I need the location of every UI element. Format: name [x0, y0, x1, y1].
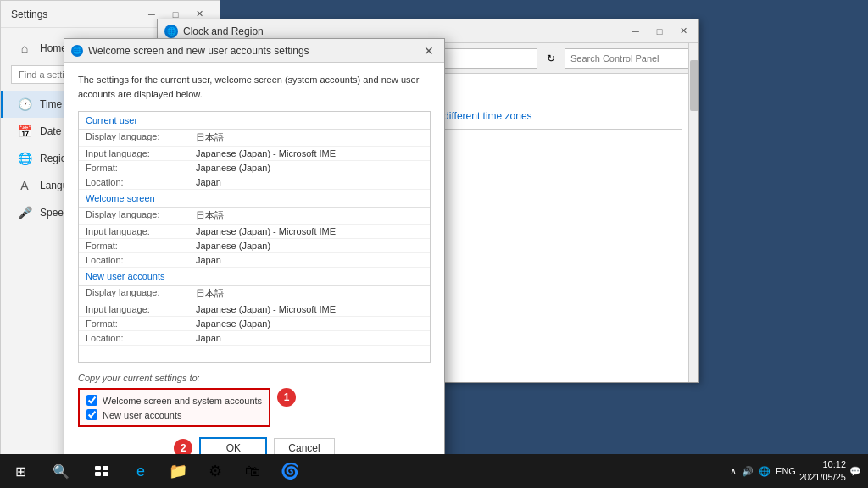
svg-rect-0 — [95, 466, 101, 470]
clock-icon: 🕐 — [18, 97, 31, 111]
explorer-icon: 📁 — [170, 463, 186, 480]
checkboxes-section: Welcome screen and system accounts New u… — [78, 388, 431, 434]
search-input[interactable] — [565, 48, 692, 69]
checkbox-newuser-item: New user accounts — [86, 409, 262, 420]
row-label: Format: — [86, 241, 196, 251]
row-label: Display language: — [86, 287, 196, 300]
clock-minimize-button[interactable]: ─ — [624, 19, 648, 43]
refresh-button[interactable]: ↻ — [541, 48, 561, 69]
row-value: 日本語 — [196, 209, 423, 222]
network-icon[interactable]: 🌐 — [759, 466, 771, 477]
copy-settings-label: Copy your current settings to: — [78, 373, 431, 383]
welcome-screen-checkbox[interactable] — [86, 395, 97, 406]
task-view-icon — [95, 466, 108, 476]
section-header-current: Current user — [79, 112, 430, 130]
welcome-dialog: 🌐 Welcome screen and new user accounts s… — [64, 38, 445, 470]
search-button[interactable]: 🔍 — [41, 454, 81, 488]
microphone-icon: 🎤 — [18, 206, 31, 219]
section-header-welcome: Welcome screen — [79, 190, 430, 208]
taskbar: ⊞ 🔍 e 📁 ⚙ — [0, 454, 868, 488]
table-row: Format: Japanese (Japan) — [79, 317, 430, 331]
store-icon: 🛍 — [244, 463, 261, 480]
dialog-title-left: 🌐 Welcome screen and new user accounts s… — [71, 45, 309, 57]
start-button[interactable]: ⊞ — [0, 454, 41, 488]
task-view-button[interactable] — [81, 454, 122, 488]
svg-rect-2 — [95, 472, 101, 476]
scrollbar-track[interactable] — [688, 43, 698, 382]
welcome-screen-label: Welcome screen and system accounts — [103, 396, 262, 406]
settings-table: Current user Display language: 日本語 Input… — [78, 111, 431, 363]
table-row: Display language: 日本語 — [79, 130, 430, 147]
new-users-label: New user accounts — [103, 410, 182, 420]
table-row: Format: Japanese (Japan) — [79, 239, 430, 253]
language-icon: A — [18, 179, 31, 192]
clock-close-button[interactable]: ✕ — [671, 19, 695, 43]
lang-indicator[interactable]: ENG — [776, 466, 796, 476]
taskbar-app-globe[interactable]: 🌀 — [271, 454, 309, 488]
row-label: Display language: — [86, 131, 196, 144]
clock-region-title: Clock and Region — [183, 25, 264, 37]
table-row: Location: Japan — [79, 253, 430, 268]
scrollbar-thumb[interactable] — [690, 60, 698, 111]
dialog-description: The settings for the current user, welco… — [78, 73, 431, 101]
clock-title-left: 🌐 Clock and Region — [164, 25, 264, 38]
dialog-title-icon: 🌐 — [71, 45, 83, 57]
row-value: Japan — [196, 177, 423, 187]
row-value: 日本語 — [196, 131, 423, 144]
row-value: Japan — [196, 333, 423, 343]
svg-rect-3 — [103, 472, 108, 476]
checkbox-welcome-item: Welcome screen and system accounts — [86, 395, 262, 406]
table-row: Format: Japanese (Japan) — [79, 161, 430, 175]
row-label: Format: — [86, 163, 196, 173]
svg-rect-1 — [103, 466, 108, 470]
row-label: Location: — [86, 333, 196, 343]
checkboxes-container: Welcome screen and system accounts New u… — [78, 388, 270, 427]
clock-region-icon: 🌐 — [164, 25, 178, 38]
row-label: Input language: — [86, 148, 196, 158]
taskbar-app-ie[interactable]: e — [122, 454, 159, 488]
chevron-up-icon[interactable]: ∧ — [730, 466, 737, 477]
table-row: Display language: 日本語 — [79, 286, 430, 302]
row-value: Japanese (Japan) - Microsoft IME — [196, 304, 423, 314]
row-value: Japan — [196, 255, 423, 265]
dialog-body: The settings for the current user, welco… — [64, 63, 444, 469]
table-row: Input language: Japanese (Japan) - Micro… — [79, 147, 430, 161]
row-label: Location: — [86, 255, 196, 265]
table-row: Location: Japan — [79, 175, 430, 190]
taskbar-app-store[interactable]: 🛍 — [234, 454, 271, 488]
clock-maximize-button[interactable]: □ — [648, 19, 671, 43]
row-label: Input language: — [86, 226, 196, 236]
clock-window-controls: ─ □ ✕ — [624, 19, 695, 43]
dialog-close-button[interactable]: ✕ — [417, 39, 441, 63]
table-row: Input language: Japanese (Japan) - Micro… — [79, 302, 430, 317]
taskbar-app-explorer[interactable]: 📁 — [159, 454, 197, 488]
home-icon: ⌂ — [18, 42, 31, 55]
ie-icon: e — [132, 463, 149, 480]
row-value: Japanese (Japan) — [196, 163, 423, 173]
globe-taskbar-icon: 🌀 — [281, 463, 298, 480]
row-label: Display language: — [86, 209, 196, 222]
taskbar-right: ∧ 🔊 🌐 ENG 10:12 2021/05/25 💬 — [723, 458, 868, 485]
dialog-title: Welcome screen and new user accounts set… — [88, 45, 309, 57]
settings-title: Settings — [11, 8, 47, 20]
row-value: Japanese (Japan) - Microsoft IME — [196, 226, 423, 236]
annotation-circle-1: 1 — [277, 388, 296, 407]
taskbar-app-settings[interactable]: ⚙ — [197, 454, 234, 488]
table-row: Location: Japan — [79, 331, 430, 346]
globe-icon: 🌐 — [18, 152, 31, 165]
row-label: Format: — [86, 319, 196, 329]
taskbar-left: ⊞ 🔍 e 📁 ⚙ — [0, 454, 309, 488]
new-users-checkbox[interactable] — [86, 409, 97, 420]
row-value: Japanese (Japan) - Microsoft IME — [196, 148, 423, 158]
section-header-newuser: New user accounts — [79, 268, 430, 286]
row-label: Input language: — [86, 304, 196, 314]
notification-icon[interactable]: 💬 — [849, 466, 861, 477]
row-value: Japanese (Japan) — [196, 241, 423, 251]
speaker-icon[interactable]: 🔊 — [742, 466, 754, 477]
taskbar-clock[interactable]: 10:12 2021/05/25 — [799, 458, 846, 485]
calendar-icon: 📅 — [18, 125, 31, 138]
taskbar-date-value: 2021/05/25 — [799, 471, 846, 484]
row-label: Location: — [86, 177, 196, 187]
systray: ∧ 🔊 🌐 ENG — [730, 466, 796, 477]
taskbar-apps: e 📁 ⚙ 🛍 🌀 — [122, 454, 309, 488]
